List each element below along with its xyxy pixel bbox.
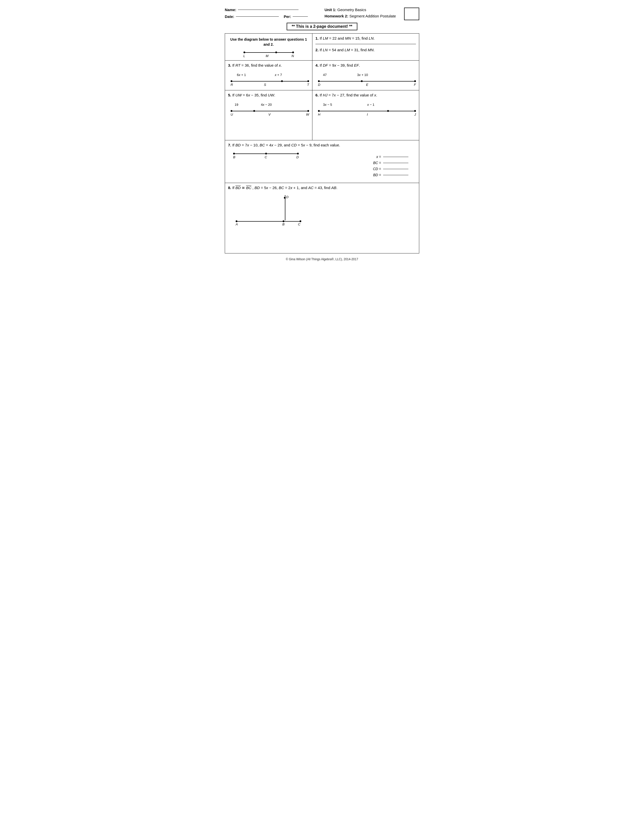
label-C2: C [265,155,267,159]
dot-C2 [265,153,267,154]
unit-label: Unit 1: [325,8,336,12]
dot-M [275,51,277,53]
uvw-seg-container: 19 4x − 20 [230,103,309,112]
label-U: U [230,113,233,116]
q7-cd-row: CD = [361,167,408,171]
hij-diagram: 3x − 5 x − 1 H I J [318,103,416,116]
dot-H [318,110,320,112]
hij-label1: 3x − 5 [323,103,332,106]
date-label: Date: [225,14,234,19]
q7-answers: x = BC = CD = BD = [361,152,416,179]
diagram-intro-text: Use the diagram below to answer question… [228,36,309,47]
label-V: V [269,113,271,116]
label-S: S [264,83,266,87]
label-R: R [230,83,233,87]
lmn-diagram: L M N [243,51,294,58]
row-3: 5. If UW = 6x − 35, find UW. 19 4x − 20 [225,90,419,140]
label-T: T [307,83,309,87]
seg-UV [232,111,253,111]
label-I: I [367,113,368,116]
unit-row: Unit 1: Geometry Basics [325,8,396,12]
dot-B [233,153,235,154]
header-left: Name: Date: Per: [225,8,319,19]
q7-bd-label: BD = [373,173,381,177]
rst-label1: 6x + 1 [237,73,246,77]
q8-diagram: D A B C [236,195,301,233]
rst-diagram: 6x + 1 x + 7 R S T [230,73,309,87]
q1-text: If LM = 22 and MN = 15, find LN. [320,36,375,40]
dot-C3 [299,220,301,222]
per-label: Per: [284,14,291,19]
bcd-labels: B C D [233,155,299,159]
dot-T [308,80,309,82]
footer: © Gina Wilson (All Things Algebra®, LLC)… [225,257,419,261]
label-D: D [318,83,320,87]
q8-label-B: B [282,222,285,226]
q7-bc-row: BC = [361,161,408,165]
cell-q7: 7. If BD = 7x − 10, BC = 4x − 29, and CD… [225,140,419,183]
q8-bc-bar: BC [246,185,251,190]
rst-seg-container: 6x + 1 x + 7 [230,73,309,82]
seg-VW [255,111,308,111]
q8-label-D: D [286,195,288,199]
row-1: Use the diagram below to answer question… [225,34,419,61]
bcd-line [233,153,299,154]
dot-U [230,110,232,112]
rst-label2: x + 7 [275,73,282,77]
q3-header: 3. If RT = 36, find the value of x. [228,63,309,68]
hw-row: Homework 2: Segment Addition Postulate [325,14,396,18]
def-label2: 3x + 10 [357,73,368,77]
q7-bd-row: BD = [361,173,408,177]
q1-block: 1. If LM = 22 and MN = 15, find LN. [316,36,416,44]
name-row: Name: [225,8,319,12]
score-box [404,8,419,20]
seg-BC2 [284,221,299,222]
q8-horiz-line [236,220,301,222]
label-B2: B [233,155,235,159]
name-blank [238,10,298,10]
q7-space [228,160,355,180]
q5-header: 5. If UW = 6x − 35, find UW. [228,93,309,97]
q6-header: 6. If HJ = 7x − 27, find the value of x. [316,93,416,97]
cell-q4: 4. If DF = 9x − 39, find EF. 47 3x + 10 [312,61,419,90]
q7-x-blank [383,157,408,157]
seg-RS [232,81,281,82]
q7-x-label: x = [376,155,381,159]
def-diagram: 47 3x + 10 D E F [318,73,416,87]
cell-q5: 5. If UW = 6x − 35, find UW. 19 4x − 20 [225,90,312,140]
dot-I [387,110,389,112]
q8-header: 8. If BD ≅ BC , BD = 5x − 26, BC = 2x + … [228,185,416,190]
q4-header: 4. If DF = 9x − 39, find EF. [316,63,416,68]
row-4: 7. If BD = 7x − 10, BC = 4x − 29, and CD… [225,140,419,183]
uvw-pt-labels: U V W [230,113,309,116]
q5-text: If UW = 6x − 35, find UW. [232,93,275,97]
seg-BC [235,153,265,154]
dot-N [292,51,294,53]
q8-label-C: C [298,222,300,226]
label-W: W [306,113,309,116]
q8-space [228,235,416,251]
cell-q3: 3. If RT = 36, find the value of x. 6x +… [225,61,312,90]
bcd-diagram: B C D [233,153,299,159]
name-label: Name: [225,8,237,12]
main-table: Use the diagram below to answer question… [225,33,419,253]
q3-text: If RT = 36, find the value of x. [232,63,282,68]
hw-value: Segment Addition Postulate [349,14,396,18]
label-L: L [243,54,245,58]
cell-q6: 6. If HJ = 7x − 27, find the value of x.… [312,90,419,140]
dot-D2 [297,153,299,154]
date-per-row: Date: Per: [225,14,319,19]
q8-label-A: A [236,222,238,226]
q7-content: B C D x = BC = [228,147,416,180]
q7-x-row: x = [361,155,408,159]
seg-IJ [389,111,414,111]
q2-block: 2. If LN = 54 and LM = 31, find MN. [316,48,416,52]
cell-q1-q2: 1. If LM = 22 and MN = 15, find LN. 2. I… [312,34,419,61]
dot-D3 [284,195,286,199]
q6-text: If HJ = 7x − 27, find the value of x. [320,93,377,97]
dot-J [414,110,416,112]
dot-A2 [236,220,237,222]
uvw-label2: 4x − 20 [261,103,272,106]
dot-B3 [283,220,284,222]
rst-pt-labels: R S T [230,83,309,87]
